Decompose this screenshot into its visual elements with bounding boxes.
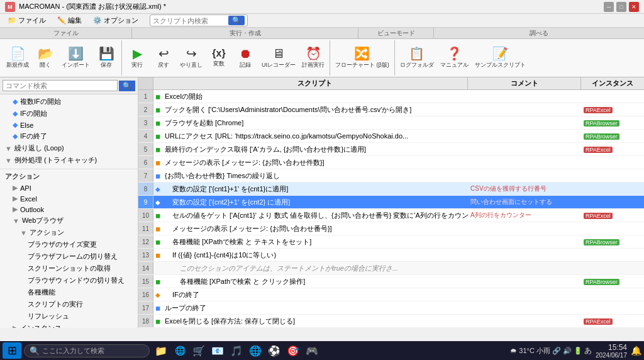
clock-time: 15:54 bbox=[596, 343, 627, 352]
actions-sub-expand-icon: ▼ bbox=[20, 229, 27, 237]
table-row[interactable]: 18 ◼ Excelを閉じる [保存方法: 保存して閉じる] RPAExcel bbox=[138, 315, 644, 328]
menu-file[interactable]: 📁 ファイル bbox=[3, 14, 51, 26]
taskbar-icon-edge[interactable]: 🌐 bbox=[171, 342, 189, 359]
redo-button[interactable]: ↪ やり直し bbox=[177, 46, 205, 70]
row-comment-14 bbox=[468, 267, 581, 269]
title-bar: M MACROMAN - (関東西濃 お届け状況確認.xml) * ─ □ ✕ bbox=[0, 0, 644, 14]
script-search-box[interactable]: 🔍 bbox=[150, 14, 248, 26]
menu-edit[interactable]: ✏️ 編集 bbox=[52, 14, 87, 26]
table-row[interactable]: 6 ◼ メッセージの表示 [メッセージ: {お問い合わせ件数}] bbox=[138, 156, 644, 169]
row-script-9: 変数の設定 ['{cnt2}+1' を{cnt2} に適用] bbox=[162, 197, 468, 208]
row-num-4: 4 bbox=[138, 130, 153, 142]
record-button[interactable]: ⏺ 記録 bbox=[233, 46, 258, 70]
sidebar-item-loop[interactable]: ▼ 繰り返し (Loop) bbox=[0, 142, 138, 154]
sidebar-item-else[interactable]: ◆ Else bbox=[0, 120, 138, 130]
sidebar-item-resize-browser[interactable]: ブラウザのサイズ変更 bbox=[0, 239, 138, 250]
title-bar-controls: ─ □ ✕ bbox=[604, 2, 639, 12]
script-header: スクリプト コメント インスタンス bbox=[138, 77, 644, 90]
table-row[interactable]: 13 ◼ If ({値} {cnt1}-{cnt4}は10に等しい) bbox=[138, 249, 644, 262]
flowchart-button[interactable]: 🔀 フローチャート (β版) bbox=[333, 46, 392, 70]
else-icon: ◆ bbox=[13, 121, 18, 129]
sidebar-item-if-end[interactable]: ◆ IFの終了 bbox=[0, 130, 138, 142]
script-search-input[interactable] bbox=[153, 17, 228, 25]
sidebar-item-trycatch[interactable]: ▼ 例外処理 (トライキャッチ) bbox=[0, 154, 138, 166]
row-script-6: メッセージの表示 [メッセージ: {お問い合わせ件数}] bbox=[162, 157, 468, 168]
table-row[interactable]: 12 ◼ 各種機能 [XPathで検索 と テキストをセット] RPABrows… bbox=[138, 235, 644, 249]
row-comment-13 bbox=[468, 254, 581, 256]
sidebar-item-multiple-if[interactable]: ◆ 複数IFの開始 bbox=[0, 96, 138, 108]
table-row[interactable]: 9 ◆ 変数の設定 ['{cnt2}+1' を{cnt2} に適用] 問い合わせ… bbox=[138, 196, 644, 209]
start-button[interactable]: ⊞ bbox=[3, 342, 21, 359]
sample-icon: 📝 bbox=[492, 47, 508, 60]
row-script-5: 最終行のインデックス取得 ['A'カラム, {お問い合わせ件数}に適用] bbox=[162, 144, 468, 155]
row-instance-9 bbox=[581, 201, 644, 203]
sidebar-search: 🔍 bbox=[0, 77, 138, 94]
table-row[interactable]: 3 ◼ ブラウザを起動 [Chrome] RPABrowser bbox=[138, 116, 644, 130]
maximize-button[interactable]: □ bbox=[616, 2, 626, 12]
undo-button[interactable]: ↩ 戻す bbox=[151, 46, 176, 70]
table-row[interactable]: 2 ◼ ブックを開く ['C:\Users\Administrator\Docu… bbox=[138, 103, 644, 116]
table-row[interactable]: 4 ◼ URLにアクセス [URL: 'https://track.seino.… bbox=[138, 130, 644, 143]
manual-button[interactable]: ❓ マニュアル bbox=[438, 46, 471, 70]
log-button[interactable]: 📋 ログフォルダ bbox=[397, 46, 436, 70]
table-row[interactable]: 1 ◼ Excelの開始 bbox=[138, 90, 644, 103]
ribbon-tab-view[interactable]: ビューモード bbox=[358, 28, 434, 38]
table-row[interactable]: 5 ◼ 最終行のインデックス取得 ['A'カラム, {お問い合わせ件数}に適用]… bbox=[138, 143, 644, 156]
taskbar-icon-app[interactable]: 🎮 bbox=[303, 342, 321, 359]
new-button[interactable]: 📄 新規作成 bbox=[4, 46, 31, 70]
menu-options[interactable]: ⚙️ オプション bbox=[88, 14, 143, 26]
taskbar-icon-game1[interactable]: ⚽ bbox=[265, 342, 283, 359]
table-row[interactable]: 7 ◼ {お問い合わせ件数} Timesの繰り返し bbox=[138, 169, 644, 183]
table-row[interactable]: 15 ◼ 各種機能 [XPathで検索 と クリック操作] RPABrowser bbox=[138, 275, 644, 288]
taskbar-icon-game2[interactable]: 🎯 bbox=[284, 342, 302, 359]
taskbar-icon-file-explorer[interactable]: 📁 bbox=[152, 342, 170, 359]
table-row[interactable]: 16 ◆ IFの終了 bbox=[138, 288, 644, 301]
sample-button[interactable]: 📝 サンプルスクリプト bbox=[472, 46, 528, 70]
sidebar-item-window-switch[interactable]: ブラウザウィンドウの切り替え bbox=[0, 274, 138, 286]
row-comment-1 bbox=[468, 96, 581, 97]
ribbon-tab-investigate[interactable]: 調べる bbox=[434, 28, 644, 38]
sidebar-item-outlook[interactable]: ▶ Outlook bbox=[0, 204, 138, 215]
close-button[interactable]: ✕ bbox=[629, 2, 639, 12]
notifications-icon[interactable]: 🔔 bbox=[631, 346, 641, 356]
open-button[interactable]: 📂 開く bbox=[33, 46, 58, 70]
row-comment-4 bbox=[468, 135, 581, 137]
row-marker-10: ◼ bbox=[153, 212, 162, 219]
taskbar-icon-media[interactable]: 🎵 bbox=[228, 342, 245, 359]
taskbar-icon-mail[interactable]: 📧 bbox=[209, 342, 226, 359]
taskbar-search[interactable]: 🔍 ここに入力して検索 bbox=[24, 344, 150, 357]
row-num-14: 14 bbox=[138, 262, 153, 274]
schedule-button[interactable]: ⏰ 計画実行 bbox=[299, 46, 327, 70]
sidebar-item-various[interactable]: 各種機能 bbox=[0, 286, 138, 298]
minimize-button[interactable]: ─ bbox=[604, 2, 614, 12]
taskbar-icon-chrome[interactable]: 🌐 bbox=[247, 342, 264, 359]
undo-icon: ↩ bbox=[158, 47, 169, 60]
sidebar-item-webbrowser[interactable]: ▼ Webブラウザ bbox=[0, 215, 138, 227]
script-search-button[interactable]: 🔍 bbox=[228, 16, 245, 25]
sidebar-item-api[interactable]: ▶ API bbox=[0, 183, 138, 193]
table-row[interactable]: 10 ◼ セルの値をゲット ['A{cnt1}' より 数式 値を取得し、{お問… bbox=[138, 209, 644, 222]
taskbar-icon-store[interactable]: 🛒 bbox=[190, 342, 208, 359]
table-row[interactable]: 17 ◼ ループの終了 bbox=[138, 301, 644, 315]
import-button[interactable]: ⬇️ インポート bbox=[59, 46, 92, 70]
command-search-input[interactable] bbox=[3, 80, 118, 91]
command-search-button[interactable]: 🔍 bbox=[119, 81, 135, 91]
table-row[interactable]: 8 ◆ 変数の設定 ['{cnt1}+1' を{cnt1}に適用] CSVの値を… bbox=[138, 183, 644, 196]
ribbon-tab-execute[interactable]: 実行・作成 bbox=[132, 28, 358, 38]
variable-button[interactable]: {x} 変数 bbox=[206, 47, 231, 69]
sidebar-item-if-start[interactable]: ◆ IFの開始 bbox=[0, 108, 138, 120]
sidebar-item-actions-sub[interactable]: ▼ アクション bbox=[0, 227, 138, 239]
save-button[interactable]: 💾 保存 bbox=[94, 46, 119, 70]
sidebar-item-excel[interactable]: ▶ Excel bbox=[0, 193, 138, 204]
row-comment-11 bbox=[468, 228, 581, 229]
sidebar-item-instance[interactable]: ▶ インスタンス bbox=[0, 322, 138, 328]
sidebar-item-screenshot[interactable]: スクリーンショットの取得 bbox=[0, 262, 138, 274]
table-row[interactable]: 11 ◼ メッセージの表示 [メッセージ: {お問い合わせ番号}] bbox=[138, 222, 644, 235]
ui-recorder-button[interactable]: 🖥 UIレコーダー bbox=[259, 46, 298, 70]
run-button[interactable]: ▶ 実行 bbox=[125, 46, 150, 70]
table-row[interactable]: 14 このセクションのアイテムは、ステートメントがtrueの場合に実行さ... bbox=[138, 262, 644, 275]
sidebar-item-run-script[interactable]: スクリプトの実行 bbox=[0, 298, 138, 310]
ribbon-tab-file[interactable]: ファイル bbox=[0, 28, 132, 38]
sidebar-item-refresh[interactable]: リフレッシュ bbox=[0, 310, 138, 322]
sidebar-item-frame-switch[interactable]: ブラウザフレームの切り替え bbox=[0, 250, 138, 262]
